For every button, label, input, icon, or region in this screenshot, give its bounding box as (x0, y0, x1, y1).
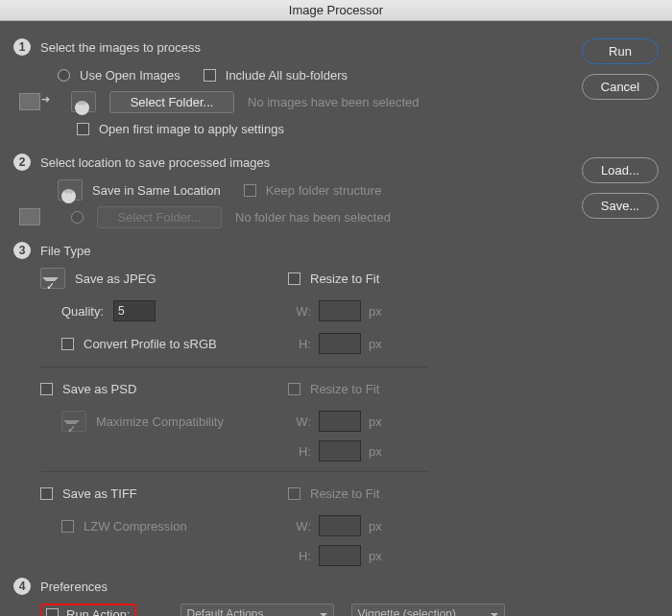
folder-out-icon (19, 208, 40, 225)
folder-in-icon (19, 93, 40, 110)
save-psd-label: Save as PSD (62, 382, 136, 396)
jpeg-resize-checkbox[interactable] (288, 272, 300, 285)
jpeg-w-px: px (369, 304, 382, 319)
window-title: Image Processor (0, 0, 672, 21)
psd-h-px: px (369, 444, 382, 459)
psd-h-input (319, 440, 361, 462)
keep-structure-checkbox (244, 184, 256, 197)
quality-label: Quality: (61, 304, 104, 319)
step-4-badge: 4 (13, 578, 31, 595)
sec3-title: File Type (40, 244, 91, 258)
step-2-badge: 2 (13, 154, 31, 171)
psd-resize-label: Resize to Fit (310, 382, 379, 396)
save-button[interactable]: Save... (582, 193, 659, 219)
psd-w-px: px (369, 415, 382, 429)
quality-input[interactable] (113, 300, 156, 321)
run-action-label: Run Action: (66, 607, 131, 617)
action-name-select[interactable]: Vignette (selection) (351, 604, 505, 616)
jpeg-h-px: px (369, 337, 382, 351)
maxcompat-label: Maximize Compatibility (96, 415, 224, 429)
same-location-label: Save in Same Location (92, 183, 221, 198)
divider (40, 471, 429, 472)
select-folder-button-2: Select Folder... (97, 206, 222, 228)
run-action-checkbox[interactable] (46, 608, 59, 617)
save-select-folder-radio[interactable] (71, 211, 84, 224)
divider (40, 367, 429, 367)
tiff-h-label: H: (288, 549, 311, 563)
keep-structure-label: Keep folder structure (266, 183, 382, 198)
psd-w-input (319, 411, 361, 432)
psd-h-label: H: (288, 444, 311, 459)
include-sub-label: Include All sub-folders (226, 68, 348, 83)
open-first-label: Open first image to apply settings (99, 122, 284, 136)
tiff-h-px: px (369, 549, 382, 563)
tiff-h-input (319, 545, 361, 566)
same-location-radio[interactable] (58, 179, 83, 201)
select-folder-button-1[interactable]: Select Folder... (109, 91, 234, 113)
action-set-select[interactable]: Default Actions (180, 604, 334, 616)
save-tiff-checkbox[interactable] (40, 487, 53, 500)
tiff-w-px: px (369, 519, 382, 533)
sec2-title: Select location to save processed images (40, 155, 270, 170)
sec2-status: No folder has been selected (235, 210, 391, 225)
lzw-label: LZW Compression (84, 519, 187, 533)
tiff-resize-label: Resize to Fit (310, 486, 379, 501)
use-open-images-radio[interactable] (58, 69, 70, 82)
sec4-title: Preferences (40, 580, 108, 594)
use-open-images-label: Use Open Images (80, 68, 180, 83)
save-jpeg-checkbox[interactable] (40, 268, 65, 289)
sec1-title: Select the images to process (40, 40, 201, 55)
tiff-w-label: W: (288, 519, 311, 533)
srgb-checkbox[interactable] (61, 338, 74, 350)
cancel-button[interactable]: Cancel (582, 74, 659, 100)
tiff-w-input (319, 515, 361, 536)
jpeg-h-input (319, 333, 361, 354)
psd-w-label: W: (288, 415, 311, 429)
jpeg-w-input (319, 300, 361, 321)
load-button[interactable]: Load... (582, 157, 659, 183)
lzw-checkbox (61, 520, 74, 533)
maxcompat-checkbox (61, 411, 86, 432)
psd-resize-checkbox (288, 383, 300, 395)
jpeg-resize-label: Resize to Fit (310, 272, 379, 286)
run-button[interactable]: Run (582, 38, 659, 64)
save-psd-checkbox[interactable] (40, 383, 53, 395)
sec1-status: No images have been selected (248, 95, 420, 109)
save-jpeg-label: Save as JPEG (75, 272, 156, 286)
tiff-resize-checkbox (288, 487, 300, 500)
jpeg-h-label: H: (288, 337, 311, 351)
include-sub-checkbox[interactable] (204, 69, 216, 82)
srgb-label: Convert Profile to sRGB (84, 337, 217, 351)
jpeg-w-label: W: (288, 304, 311, 319)
step-3-badge: 3 (13, 242, 31, 259)
select-folder-radio[interactable] (71, 91, 96, 112)
open-first-checkbox[interactable] (77, 123, 89, 135)
run-action-highlight: Run Action: (40, 604, 136, 617)
step-1-badge: 1 (13, 38, 31, 56)
save-tiff-label: Save as TIFF (62, 486, 137, 501)
